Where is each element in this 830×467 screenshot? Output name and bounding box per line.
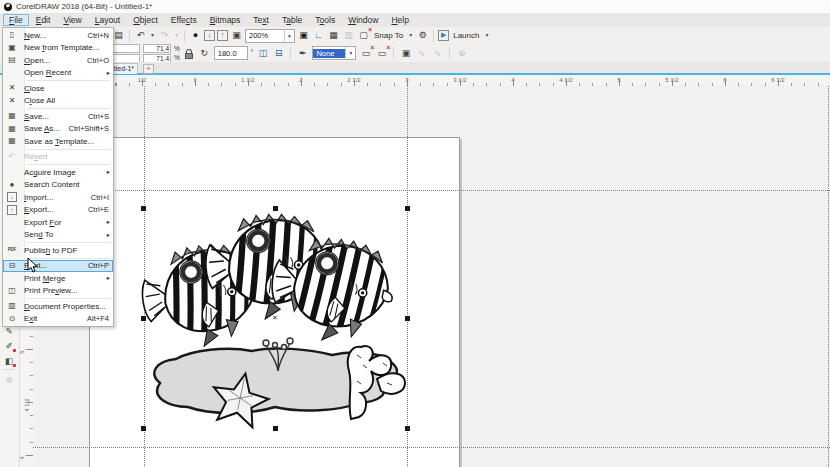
menu-table[interactable]: Table [276,14,308,26]
menu-layout[interactable]: Layout [89,14,127,26]
menu-item-label: Document Properties... [21,302,113,311]
search-content-menu-item[interactable]: ●Search Content [3,179,113,192]
menu-item-label: Revert [21,152,113,161]
h-ruler-label: 3 [405,77,408,83]
menu-effects[interactable]: Effects [165,14,203,26]
menu-window[interactable]: Window [342,14,384,26]
selection-handle-se[interactable] [405,426,410,431]
selection-handle-sw[interactable] [141,426,146,431]
launch-dropdown-icon[interactable]: ▾ [483,29,490,42]
menu-object[interactable]: Object [127,14,164,26]
show-guidelines-icon[interactable]: ▥ [342,29,355,42]
fill-tool-icon[interactable]: ◧ [2,355,16,368]
close-menu-item[interactable]: ✕Close [3,82,113,95]
selection-handle-nw[interactable] [141,206,146,211]
import-icon[interactable]: ↓ [204,30,215,41]
fullscreen-preview-icon[interactable]: ▣ [297,29,310,42]
h-ruler-label: 1/2 [138,77,146,83]
guideline-horizontal-top[interactable] [33,190,830,191]
menu-item-shortcut: Ctrl+N [88,31,113,40]
selection-center-marker[interactable]: ✕ [272,314,278,322]
options-gear-icon[interactable]: ⚙ [416,29,429,42]
undo-icon[interactable]: ↶ [134,29,147,42]
outline-width-dropdown-icon[interactable]: ▾ [345,47,355,59]
send-to-menu-item[interactable]: Send To▸ [3,229,113,242]
publish-pdf-icon[interactable]: ▣ [230,29,243,42]
menu-edit[interactable]: Edit [30,14,57,26]
close-all-menu-item[interactable]: ✕Close All [3,95,113,108]
show-rulers-icon[interactable]: ∟ [312,29,325,42]
new-from-template-menu-item[interactable]: ▣New from Template... [3,42,113,55]
print-preview-icon: ◫ [3,285,21,297]
save-as-template-menu-item[interactable]: ▦Save as Template... [3,135,113,148]
zoom-dropdown-icon[interactable]: ▾ [284,30,294,42]
selection-handle-ne[interactable] [405,206,410,211]
redo-dropdown-icon[interactable]: ▾ [173,29,180,42]
zoom-level-combo[interactable]: 200% ▾ [245,29,295,43]
print-merge-menu-item[interactable]: Print Merge▸ [3,272,113,285]
coreldraw-window: CorelDRAW 2018 (64-Bit) - Untitled-1* Fi… [0,0,830,467]
new-document-tab-button[interactable]: + [143,64,154,74]
rotation-icon: ↻ [198,47,211,60]
mirror-horizontal-icon[interactable]: ◫ [256,47,269,60]
snap-to-button[interactable]: Snap To [372,31,405,40]
object-width-field[interactable] [112,44,140,53]
snap-to-dropdown-icon[interactable]: ▾ [407,29,414,42]
menu-tools[interactable]: Tools [309,14,341,26]
guideline-horizontal-bottom[interactable] [33,447,830,448]
print-menu-item[interactable]: ⊟Print...Ctrl+P [3,260,113,273]
scale-factor-fields[interactable]: 71.4 71.4 [143,44,171,63]
open-menu-item[interactable]: ▤Open...Ctrl+O [3,54,113,67]
menu-file[interactable]: File [3,14,29,26]
interactive-fill-tool-icon[interactable]: ⊕ [2,374,16,387]
export-for-menu-item[interactable]: Export For▸ [3,216,113,229]
export-icon[interactable]: ↑ [217,30,228,41]
menu-help[interactable]: Help [385,14,414,26]
new-menu-item[interactable]: ▯New...Ctrl+N [3,29,113,42]
menu-text[interactable]: Text [247,14,275,26]
wrap-text-icon[interactable]: ∿ [415,47,428,60]
scale-x-field[interactable]: 71.4 [143,44,171,53]
rotation-angle-field[interactable]: 180.0 [214,46,248,60]
redo-icon[interactable]: ↷ [158,29,171,42]
edit-fill-icon[interactable]: ▣ [399,47,412,60]
exit-menu-item[interactable]: ⊙ExitAlt+F4 [3,313,113,326]
import-menu-item[interactable]: ↓Import...Ctrl+I [3,191,113,204]
publish-to-pdf-menu-item[interactable]: PDFPublish to PDF [3,244,113,257]
guideline-vertical-right[interactable] [828,86,829,467]
revert-menu-item[interactable]: ↶Revert [3,151,113,164]
selection-handle-e[interactable] [405,316,410,321]
show-grid-icon[interactable]: ▦ [327,29,340,42]
menu-view[interactable]: View [57,14,87,26]
print-preview-menu-item[interactable]: ◫Print Preview... [3,285,113,298]
selection-handle-s[interactable] [273,426,278,431]
weld-icon[interactable]: ⊕ [455,47,468,60]
propbar-separator [393,47,394,59]
object-size-fields[interactable] [112,44,140,63]
search-content-icon[interactable]: ● [189,29,202,42]
snap-off-icon[interactable]: ▢× [357,29,370,42]
launch-button[interactable]: Launch [451,31,481,40]
save-menu-item[interactable]: ▦Save...Ctrl+S [3,110,113,123]
toolbox-separator [3,369,15,370]
launch-icon[interactable]: ▶ [438,30,449,41]
menu-item-label: Send To [21,230,107,239]
acquire-image-menu-item[interactable]: Acquire Image▸ [3,166,113,179]
export-menu-item[interactable]: ↑Export...Ctrl+E [3,204,113,217]
selection-handle-w[interactable] [141,316,146,321]
menu-bitmaps[interactable]: Bitmaps [204,14,247,26]
wrap-text-alt-icon[interactable]: ∿ [431,47,444,60]
menu-item-label: Export For [21,218,107,227]
ungroup-icon[interactable]: ▭× [359,47,372,60]
outline-width-combo[interactable]: None ▾ [312,46,356,60]
mirror-vertical-icon[interactable]: ⊟ [272,47,285,60]
open-recent-menu-item[interactable]: Open Recent▸ [3,67,113,80]
eyedropper-tool-icon[interactable]: ✐ [2,340,16,353]
save-as-menu-item[interactable]: ▦Save As...Ctrl+Shift+S [3,123,113,136]
ungroup-all-icon[interactable]: ▭× [375,47,388,60]
undo-dropdown-icon[interactable]: ▾ [149,29,156,42]
document-properties-menu-item[interactable]: ▥Document Properties... [3,300,113,313]
lock-ratio-icon[interactable] [185,49,193,58]
selection-handle-n[interactable] [273,206,278,211]
import-icon: ↓ [3,191,21,203]
